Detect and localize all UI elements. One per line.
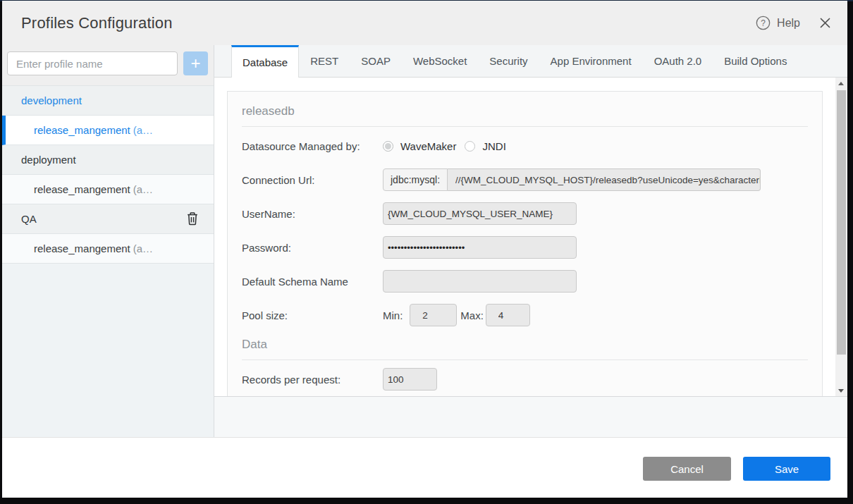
profile-group-label: QA: [21, 213, 37, 225]
pool-min-input[interactable]: [410, 304, 457, 326]
datasource-managed-by-row: Datasource Managed by: WaveMaker JNDI: [242, 135, 808, 157]
profiles-sidebar: + development release_mangement (a… depl…: [2, 45, 214, 437]
records-per-request-row: Records per request:: [242, 368, 808, 391]
connection-url-input[interactable]: [448, 168, 761, 191]
jdbc-prefix-addon: jdbc:mysql:: [383, 168, 448, 191]
pool-size-row: Pool size: Min: Max:: [242, 304, 808, 326]
records-per-request-input[interactable]: [383, 368, 437, 391]
database-settings-panel: releasedb Datasource Managed by: WaveMak…: [227, 91, 823, 397]
radio-wavemaker[interactable]: [383, 141, 393, 152]
profile-name-input[interactable]: [7, 51, 178, 75]
tab-oauth[interactable]: OAuth 2.0: [643, 45, 713, 77]
dialog-header: Profiles Configuration ? Help: [2, 1, 847, 45]
tab-rest[interactable]: REST: [299, 45, 350, 77]
default-schema-label: Default Schema Name: [242, 276, 383, 288]
profile-item-release-mangement-development[interactable]: release_mangement (a…: [2, 116, 214, 145]
profile-group-qa[interactable]: QA: [2, 204, 214, 234]
username-label: UserName:: [242, 208, 383, 220]
dialog-body: + development release_mangement (a… depl…: [2, 45, 847, 437]
connection-url-label: Connection Url:: [242, 174, 383, 186]
tab-build-options[interactable]: Build Options: [713, 45, 798, 77]
add-profile-button[interactable]: +: [183, 51, 208, 75]
radio-wavemaker-label[interactable]: WaveMaker: [400, 140, 456, 152]
profile-group-deployment[interactable]: deployment: [2, 145, 214, 175]
default-schema-input[interactable]: [383, 270, 577, 293]
username-row: UserName:: [242, 202, 808, 225]
dialog-header-actions: ? Help: [756, 16, 830, 30]
scroll-up-icon[interactable]: [835, 78, 847, 90]
help-icon[interactable]: ?: [756, 16, 771, 30]
tab-soap[interactable]: SOAP: [350, 45, 402, 77]
profile-item-label: release_mangement: [34, 124, 130, 136]
scrollbar-thumb[interactable]: [837, 90, 846, 355]
close-icon[interactable]: [819, 18, 830, 29]
tab-websocket[interactable]: WebSocket: [402, 45, 478, 77]
radio-jndi-label[interactable]: JNDI: [482, 140, 505, 152]
profile-list: development release_mangement (a… deploy…: [2, 85, 214, 264]
profile-item-suffix: (a…: [133, 242, 153, 254]
profile-group-label: development: [21, 94, 82, 106]
profile-group-label: deployment: [21, 154, 76, 166]
settings-tabbar: Database REST SOAP WebSocket Security Ap…: [214, 45, 847, 78]
profile-item-suffix: (a…: [133, 183, 153, 195]
tab-content-scroll-area: releasedb Datasource Managed by: WaveMak…: [214, 78, 847, 397]
pool-size-label: Pool size:: [242, 309, 383, 321]
pool-min-label: Min:: [383, 309, 403, 321]
default-schema-row: Default Schema Name: [242, 270, 808, 293]
tab-app-environment[interactable]: App Environment: [539, 45, 643, 77]
password-input[interactable]: [383, 236, 577, 259]
profile-item-label: release_mangement: [34, 183, 130, 195]
db-section-title: releasedb: [242, 104, 808, 118]
section-divider: [242, 126, 808, 127]
datasource-managed-by-label: Datasource Managed by:: [242, 140, 383, 152]
cancel-button[interactable]: Cancel: [643, 457, 731, 481]
radio-jndi[interactable]: [465, 141, 475, 152]
profile-item-label: release_mangement: [34, 242, 130, 254]
tab-pane-lower-strip: [214, 397, 847, 437]
password-row: Password:: [242, 236, 808, 259]
profile-item-suffix: (a…: [133, 124, 153, 136]
help-link[interactable]: Help: [777, 17, 800, 30]
connection-url-row: Connection Url: jdbc:mysql:: [242, 168, 808, 191]
pool-max-input[interactable]: [486, 304, 530, 326]
pool-max-label: Max:: [460, 309, 484, 321]
profile-item-release-mangement-qa[interactable]: release_mangement (a…: [2, 234, 214, 264]
tab-database[interactable]: Database: [231, 45, 299, 78]
profile-search-area: +: [2, 45, 214, 85]
delete-profile-icon[interactable]: [187, 212, 200, 226]
vertical-scrollbar[interactable]: [835, 78, 847, 396]
profiles-configuration-dialog: Profiles Configuration ? Help +: [2, 1, 847, 498]
section-divider: [242, 359, 808, 360]
scroll-down-icon[interactable]: [835, 384, 847, 396]
data-section-title: Data: [242, 338, 808, 352]
records-per-request-label: Records per request:: [242, 374, 383, 386]
username-input[interactable]: [383, 202, 577, 225]
password-label: Password:: [242, 242, 383, 254]
connection-url-group: jdbc:mysql:: [383, 168, 761, 191]
datasource-radio-group: WaveMaker JNDI: [383, 140, 506, 152]
profile-group-development[interactable]: development: [2, 86, 214, 116]
svg-text:?: ?: [761, 18, 766, 28]
profile-item-release-mangement-deployment[interactable]: release_mangement (a…: [2, 175, 214, 204]
profile-settings-pane: Database REST SOAP WebSocket Security Ap…: [214, 45, 847, 437]
dialog-footer: Cancel Save: [2, 437, 847, 498]
tab-security[interactable]: Security: [478, 45, 539, 77]
dialog-title: Profiles Configuration: [21, 14, 173, 32]
save-button[interactable]: Save: [743, 457, 830, 481]
